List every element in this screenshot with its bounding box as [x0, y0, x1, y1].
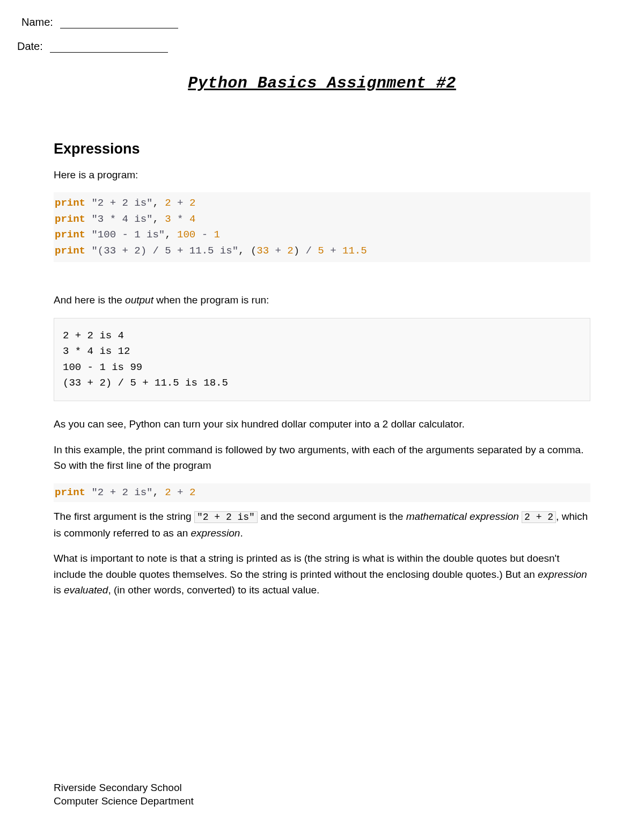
paragraph-4: What is important to note is that a stri… [54, 550, 590, 598]
date-field-row: Date: [17, 40, 590, 53]
name-label: Name: [21, 16, 53, 28]
code-punct: , [152, 487, 158, 498]
inline-code: 2 + 2 [522, 511, 556, 523]
date-blank-line [50, 52, 168, 53]
page-title: Python Basics Assignment #2 [54, 74, 590, 92]
text: and the second argument is the [258, 511, 406, 522]
text: is [54, 584, 64, 596]
code-punct: , [238, 245, 244, 257]
code-number: 100 [177, 229, 195, 241]
code-operator: + [177, 487, 183, 498]
text: The first argument is the string [54, 511, 194, 522]
footer: Riverside Secondary School Computer Scie… [54, 781, 194, 808]
intro-text: Here is a program: [54, 167, 590, 183]
code-string: "3 * 4 is" [91, 213, 152, 225]
header-fields: Name: Date: [54, 16, 590, 53]
code-string: "2 + 2 is" [91, 197, 152, 209]
text-italic: expression [538, 569, 587, 580]
code-number: 2 [165, 197, 171, 209]
code-number: 11.5 [342, 245, 367, 257]
code-punct: ) [294, 245, 299, 257]
code-number: 2 [189, 197, 195, 209]
code-block-2: print "2 + 2 is", 2 + 2 [54, 483, 590, 502]
code-punct: , [152, 197, 158, 209]
text: , (in other words, converted) to its act… [108, 584, 319, 596]
code-keyword: print [55, 245, 85, 257]
paragraph-1: As you can see, Python can turn your six… [54, 416, 590, 432]
output-block: 2 + 2 is 4 3 * 4 is 12 100 - 1 is 99 (33… [54, 318, 590, 402]
text-italic: evaluated [64, 584, 108, 596]
code-keyword: print [55, 487, 85, 498]
code-string: "2 + 2 is" [91, 487, 152, 498]
output-intro: And here is the output when the program … [54, 292, 590, 308]
date-label: Date: [17, 40, 43, 53]
footer-line-1: Riverside Secondary School [54, 781, 194, 795]
code-number: 2 [287, 245, 293, 257]
code-punct: ( [251, 245, 257, 257]
paragraph-2: In this example, the print command is fo… [54, 442, 590, 474]
code-number: 2 [165, 487, 171, 498]
code-punct: , [152, 213, 158, 225]
code-operator: + [275, 245, 281, 257]
code-keyword: print [55, 229, 85, 241]
code-operator: + [330, 245, 336, 257]
code-operator: - [202, 229, 208, 241]
code-string: "(33 + 2) / 5 + 11.5 is" [91, 245, 238, 257]
code-number: 5 [318, 245, 324, 257]
text: And here is the [54, 294, 125, 306]
section-heading: Expressions [54, 141, 590, 157]
text: when the program is run: [153, 294, 269, 306]
text-italic: expression [191, 527, 240, 539]
paragraph-3: The first argument is the string "2 + 2 … [54, 509, 590, 541]
name-blank-line [60, 28, 178, 28]
footer-line-2: Computer Science Department [54, 794, 194, 808]
code-operator: + [177, 197, 183, 209]
code-number: 3 [165, 213, 171, 225]
text-italic: mathematical expression [406, 511, 519, 522]
code-number: 33 [257, 245, 269, 257]
code-operator: * [177, 213, 183, 225]
code-operator: / [306, 245, 312, 257]
code-block-1: print "2 + 2 is", 2 + 2 print "3 * 4 is"… [54, 192, 590, 262]
text-italic: output [125, 294, 153, 306]
name-field-row: Name: [21, 16, 590, 28]
text: What is important to note is that a stri… [54, 553, 560, 579]
text: . [240, 527, 243, 539]
code-keyword: print [55, 197, 85, 209]
inline-code: "2 + 2 is" [194, 511, 258, 523]
code-number: 2 [189, 487, 195, 498]
code-keyword: print [55, 213, 85, 225]
code-string: "100 - 1 is" [91, 229, 165, 241]
code-punct: , [165, 229, 171, 241]
code-number: 1 [214, 229, 220, 241]
code-number: 4 [189, 213, 195, 225]
